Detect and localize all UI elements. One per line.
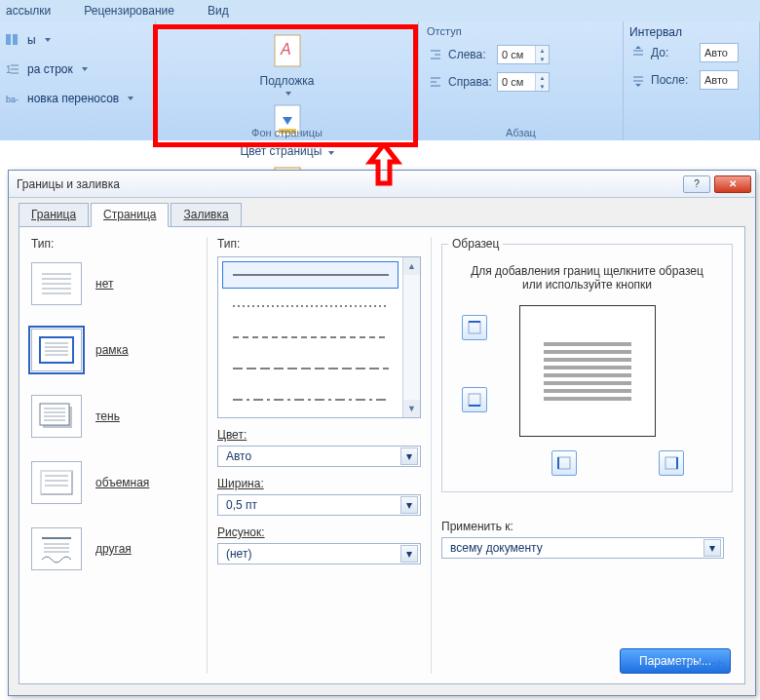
- ribbon-item-label: ы: [27, 33, 36, 47]
- setting-option-box[interactable]: рамка: [31, 329, 197, 371]
- chevron-down-icon: [45, 38, 51, 42]
- indent-right-icon: [427, 73, 444, 91]
- tab-fill[interactable]: Заливка: [171, 203, 241, 227]
- svg-rect-0: [6, 34, 11, 45]
- dialog-title: Границы и заливка: [17, 177, 120, 191]
- ribbon-group-paragraph: Отступ Слева: ▲▼ Справа: ▲▼ Абзац: [419, 21, 624, 140]
- ribbon-group-spacing: Интервал До: После:: [624, 21, 760, 140]
- preview-fieldset: Образец Для добавления границ щелкните о…: [441, 237, 733, 492]
- close-button[interactable]: ✕: [714, 175, 751, 193]
- ribbon-tab[interactable]: Вид: [208, 4, 229, 18]
- indent-left-spinner[interactable]: ▲▼: [497, 45, 550, 64]
- ribbon-tab[interactable]: Рецензирование: [84, 4, 174, 18]
- field-label: Ширина:: [217, 477, 421, 490]
- chevron-down-icon: ▾: [400, 545, 418, 563]
- field-label: После:: [651, 73, 696, 87]
- indent-right-input[interactable]: [498, 73, 535, 91]
- svg-text:A: A: [280, 41, 291, 58]
- tab-page-panel: Тип: нет рамка те: [19, 226, 745, 684]
- indent-left-input[interactable]: [498, 46, 535, 63]
- border-style-listbox[interactable]: ▲ ▼: [217, 256, 421, 418]
- chevron-down-icon: ▾: [400, 496, 418, 514]
- field-label: Слева:: [448, 48, 493, 61]
- chevron-down-icon: ▾: [400, 447, 418, 465]
- scroll-track[interactable]: [403, 275, 420, 400]
- svg-rect-32: [40, 337, 73, 363]
- spacing-before-icon: [629, 44, 647, 61]
- ribbon: ы 1 ра строк ba- новка переносов A Подло…: [0, 21, 760, 140]
- combo-value: (нет): [226, 547, 251, 561]
- ribbon-tabs: ассылки Рецензирование Вид: [0, 0, 760, 21]
- svg-rect-58: [469, 322, 480, 333]
- spacing-before-spinner[interactable]: [700, 43, 739, 62]
- setting-option-none[interactable]: нет: [31, 262, 197, 305]
- border-top-toggle[interactable]: [462, 315, 487, 340]
- spinner-buttons[interactable]: ▲▼: [535, 73, 549, 91]
- svg-rect-62: [558, 457, 570, 469]
- setting-label: другая: [95, 542, 132, 556]
- ribbon-group-label: Фон страницы: [156, 127, 418, 138]
- tab-page[interactable]: Страница: [91, 203, 169, 227]
- border-bottom-toggle[interactable]: [462, 387, 487, 412]
- section-label: Образец: [448, 237, 503, 251]
- spacing-before-input[interactable]: [701, 44, 738, 61]
- group-header-label: Отступ: [427, 25, 462, 37]
- chevron-down-icon: [82, 67, 88, 71]
- setting-shadow-thumb: [31, 395, 82, 438]
- chevron-down-icon: [328, 151, 334, 155]
- ribbon-tab[interactable]: ассылки: [6, 4, 51, 18]
- scrollbar[interactable]: ▲ ▼: [402, 257, 420, 417]
- line-numbers-icon: 1: [4, 60, 21, 78]
- setting-label: рамка: [95, 343, 129, 357]
- ribbon-item[interactable]: ba- новка переносов: [4, 90, 149, 107]
- hyphenation-icon: ba-: [4, 90, 21, 107]
- combo-value: всему документу: [450, 541, 543, 555]
- watermark-button[interactable]: A Подложка: [162, 25, 412, 96]
- button-label: Подложка: [260, 74, 315, 88]
- help-button[interactable]: ?: [683, 175, 710, 193]
- scroll-up-icon[interactable]: ▲: [403, 257, 420, 275]
- group-header-label: Интервал: [629, 25, 682, 39]
- spinner-buttons[interactable]: ▲▼: [535, 46, 549, 63]
- svg-rect-1: [13, 34, 18, 45]
- setting-custom-thumb: [31, 527, 82, 570]
- svg-rect-43: [41, 471, 72, 494]
- setting-option-3d[interactable]: объемная: [31, 461, 197, 504]
- border-width-combo[interactable]: 0,5 пт ▾: [217, 494, 421, 516]
- svg-text:ba-: ba-: [6, 95, 19, 104]
- border-color-combo[interactable]: Авто ▾: [217, 446, 421, 467]
- setting-option-shadow[interactable]: тень: [31, 395, 197, 438]
- ribbon-group-page-background: A Подложка Цвет страницы Границы страниц…: [156, 21, 419, 140]
- preview-column: Образец Для добавления границ щелкните о…: [431, 237, 733, 674]
- ribbon-item[interactable]: 1 ра строк: [4, 60, 149, 78]
- combo-value: 0,5 пт: [226, 498, 257, 512]
- apply-to-combo[interactable]: всему документу ▾: [441, 537, 724, 559]
- ribbon-item-label: новка переносов: [27, 92, 119, 105]
- ribbon-group-page-setup: ы 1 ра строк ba- новка переносов: [0, 21, 156, 140]
- border-right-toggle[interactable]: [659, 450, 684, 476]
- setting-label: нет: [95, 277, 113, 291]
- options-button[interactable]: Параметры...: [620, 648, 731, 674]
- indent-right-spinner[interactable]: ▲▼: [497, 72, 550, 92]
- border-left-toggle[interactable]: [551, 450, 577, 476]
- chevron-down-icon: [128, 97, 133, 100]
- style-column: Тип: ▲ ▼ Цвет:: [207, 237, 421, 674]
- field-label: Рисунок:: [217, 525, 421, 539]
- svg-marker-25: [635, 84, 641, 87]
- border-art-combo[interactable]: (нет) ▾: [217, 543, 421, 564]
- spacing-after-spinner[interactable]: [700, 70, 739, 90]
- setting-option-custom[interactable]: другая: [31, 527, 197, 570]
- field-label: Справа:: [448, 75, 493, 89]
- svg-rect-60: [469, 394, 480, 406]
- page-preview[interactable]: [519, 305, 656, 437]
- ribbon-item[interactable]: ы: [4, 31, 149, 49]
- spacing-after-input[interactable]: [701, 71, 738, 89]
- watermark-icon: A: [271, 31, 304, 70]
- tab-border[interactable]: Граница: [19, 203, 89, 227]
- combo-value: Авто: [226, 449, 251, 463]
- field-label: До:: [651, 46, 696, 59]
- field-label: Применить к:: [441, 520, 733, 533]
- scroll-down-icon[interactable]: ▼: [403, 400, 420, 417]
- setting-none-thumb: [31, 262, 82, 305]
- ribbon-group-label: Абзац: [419, 127, 623, 138]
